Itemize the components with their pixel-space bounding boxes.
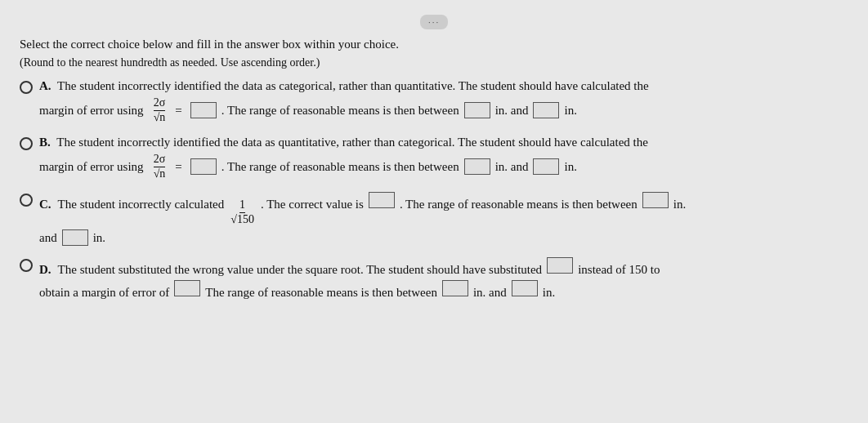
radio-c[interactable]	[20, 194, 33, 210]
option-d-in2: in.	[543, 286, 555, 300]
option-b-fraction-den: √n	[154, 167, 166, 180]
option-b-input2[interactable]	[464, 158, 490, 175]
option-b-fraction-num: 2σ	[154, 153, 166, 167]
option-c-second-line: and in.	[39, 229, 848, 246]
instruction-text: Select the correct choice below and fill…	[20, 38, 848, 51]
option-c-fraction-num: 1	[239, 198, 245, 213]
option-c-text1: The student incorrectly calculated	[58, 198, 225, 212]
option-a-content: A. The student incorrectly identified th…	[39, 79, 848, 124]
top-dots: ···	[420, 15, 448, 29]
radio-d[interactable]	[20, 259, 33, 275]
option-d-content: D. The student substituted the wrong val…	[39, 257, 848, 300]
option-a-fraction-den: √n	[154, 111, 166, 124]
option-b-in1: in. and	[495, 160, 529, 174]
option-a-input3[interactable]	[533, 102, 559, 118]
option-c-input3[interactable]	[62, 229, 88, 246]
option-c-input2[interactable]	[642, 192, 669, 208]
option-b-input1[interactable]	[190, 158, 217, 175]
option-d-text1: The student substituted the wrong value …	[58, 263, 543, 277]
option-c-text3: . The range of reasonable means is then …	[400, 198, 638, 212]
option-b-text2: . The range of reasonable means is then …	[221, 160, 459, 174]
option-d-first-line: D. The student substituted the wrong val…	[39, 257, 848, 277]
option-c-in1: in.	[673, 198, 686, 212]
option-a-fraction-num: 2σ	[154, 96, 166, 111]
option-a-in1: in. and	[495, 104, 529, 118]
option-a-fraction: 2σ √n	[154, 96, 166, 124]
option-d-input2[interactable]	[174, 280, 200, 296]
top-bar: ···	[20, 15, 848, 29]
option-d-text3: obtain a margin of error of	[39, 286, 169, 300]
option-d-input3[interactable]	[442, 280, 468, 296]
option-b-label: B.	[39, 136, 51, 149]
option-d-in1: in. and	[473, 286, 507, 300]
sub-instruction-text: (Round to the nearest hundredth as neede…	[20, 56, 848, 69]
option-d-block: D. The student substituted the wrong val…	[20, 257, 848, 300]
option-c-first-line: C. The student incorrectly calculated 1 …	[39, 192, 848, 226]
option-c-in2: in.	[93, 231, 105, 245]
option-b-block: B. The student incorrectly identified th…	[20, 136, 848, 180]
option-a-input2[interactable]	[464, 102, 490, 118]
option-c-and: and	[39, 231, 57, 245]
option-a-margin-label: margin of error using	[39, 104, 144, 118]
option-d-second-line: obtain a margin of error of The range of…	[39, 280, 848, 300]
option-a-text1: The student incorrectly identified the d…	[57, 79, 649, 92]
option-a-label: A.	[39, 79, 51, 92]
option-d-label: D.	[39, 263, 51, 277]
option-c-input1[interactable]	[369, 192, 395, 208]
option-a-equals: =	[175, 104, 181, 118]
option-d-text4: The range of reasonable means is then be…	[205, 286, 437, 300]
option-c-block: C. The student incorrectly calculated 1 …	[20, 192, 848, 246]
option-c-text2: . The correct value is	[261, 198, 364, 212]
main-page: ··· Select the correct choice below and …	[0, 0, 868, 423]
option-b-math-line: margin of error using 2σ √n = . The rang…	[39, 153, 848, 180]
option-c-fraction: 1 √150	[230, 198, 254, 226]
option-b-input3[interactable]	[533, 158, 559, 175]
option-d-input1[interactable]	[547, 257, 573, 274]
option-a-input1[interactable]	[190, 102, 217, 118]
option-d-text2: instead of 150 to	[578, 263, 660, 277]
option-a-block: A. The student incorrectly identified th…	[20, 79, 848, 124]
option-b-text1: The student incorrectly identified the d…	[56, 136, 648, 149]
option-c-content: C. The student incorrectly calculated 1 …	[39, 192, 848, 246]
option-b-fraction: 2σ √n	[154, 153, 166, 180]
option-b-content: B. The student incorrectly identified th…	[39, 136, 848, 180]
radio-a[interactable]	[20, 81, 33, 97]
radio-b[interactable]	[20, 137, 33, 154]
option-a-math-line: margin of error using 2σ √n = . The rang…	[39, 96, 848, 124]
option-a-in2: in.	[564, 104, 576, 118]
option-a-text2: . The range of reasonable means is then …	[221, 104, 459, 118]
option-b-equals: =	[175, 160, 181, 174]
option-c-fraction-den: √150	[230, 213, 254, 226]
option-b-margin-label: margin of error using	[39, 160, 144, 174]
option-d-input4[interactable]	[512, 280, 538, 296]
option-c-label: C.	[39, 198, 51, 212]
option-b-in2: in.	[564, 160, 576, 174]
